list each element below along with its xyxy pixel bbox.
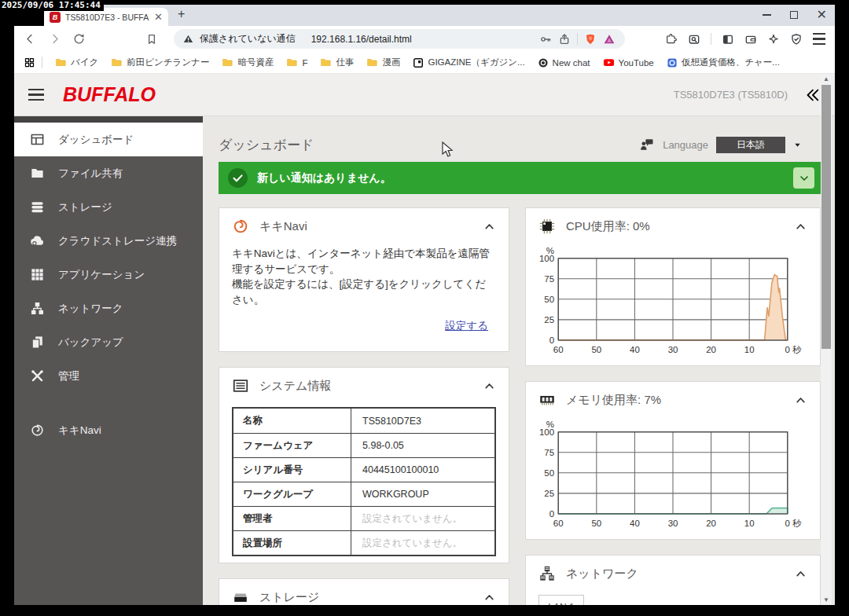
sidebar-item-5[interactable]: ネットワーク [14,292,203,325]
svg-text:30: 30 [668,345,678,354]
sidebar-item-label: アプリケーション [58,268,145,282]
wallet-icon[interactable] [744,33,757,46]
sidebar-item-7[interactable]: 管理 [14,359,203,393]
browser-menu-icon[interactable] [813,33,825,46]
maximize-button[interactable] [790,11,798,19]
sidebar-item-2[interactable]: ストレージ [14,190,203,224]
banner-expand-button[interactable] [793,167,814,189]
page-title: ダッシュボード [219,136,314,154]
storage-disks-icon [30,200,45,214]
nav-menu-icon[interactable] [28,89,44,101]
bookmark-label: 漫画 [382,57,400,68]
collapse-card-icon[interactable] [794,567,807,581]
share-icon[interactable] [558,33,571,46]
sidebar-item-0[interactable]: ダッシュボード [14,123,203,156]
sidebar-item-1[interactable]: ファイル共有 [14,156,203,190]
network-icon [30,301,45,316]
row-label: 名称 [233,409,351,433]
url-text[interactable]: 192.168.1.16/detail.html [311,34,412,45]
sidebar-item-kikinavi[interactable]: キキNavi [14,413,203,447]
minimize-button[interactable] [763,14,771,16]
bookmark-item[interactable]: GIGAZINE（ギガジン... [406,57,531,68]
sidebar-top-strip [14,116,203,123]
storage-card-title: ストレージ [259,590,319,605]
reload-icon[interactable] [72,32,86,46]
new-tab-button[interactable]: + [178,7,185,21]
tab-lan1[interactable]: LAN 1 [538,595,584,605]
browser-window: B TS5810D7E3 - BUFFALO TeraStat ✕ + ✕ 保護… [14,5,835,605]
brave-rewards-icon[interactable] [603,33,616,46]
svg-text:50: 50 [591,519,601,528]
bookmark-item[interactable]: YouTube [597,57,660,68]
page-scrollbar[interactable]: ▲ ▼ [821,74,832,605]
language-selector: Language 日本語 [639,137,802,153]
sidebar-item-6[interactable]: バックアップ [14,325,203,359]
bookmark-item[interactable]: バイク [49,57,105,68]
bookmark-icon[interactable] [145,33,158,46]
extensions-icon[interactable] [665,33,678,46]
leo-sparkle-icon[interactable] [767,33,780,46]
collapse-sidebar-icon[interactable] [803,86,821,104]
system-info-card: システム情報 名称TS5810D7E3ファームウェア5.98-0.05シリアル番… [219,367,509,563]
buffalo-favicon: B [50,12,61,23]
table-row: 名称TS5810D7E3 [233,409,494,433]
brave-shield-icon[interactable] [584,33,597,46]
bookmark-label: YouTube [619,58,654,68]
gigazine-icon [413,57,424,68]
sidebar: ダッシュボードファイル共有ストレージクラウドストレージ連携アプリケーションネット… [14,116,203,605]
scroll-up-arrow[interactable]: ▲ [821,74,832,84]
bookmark-item[interactable]: 暗号資産 [215,57,280,68]
sidebar-item-4[interactable]: アプリケーション [14,258,203,292]
bookmark-label: GIGAZINE（ギガジン... [428,57,524,68]
password-key-icon[interactable] [539,33,552,46]
sidebar-item-3[interactable]: クラウドストレージ連携 [14,224,203,258]
svg-text:100: 100 [539,254,554,263]
collapse-card-icon[interactable] [794,220,807,233]
tab-search-icon[interactable] [688,33,700,46]
svg-text:20: 20 [706,345,716,354]
tab-close-icon[interactable]: ✕ [154,12,163,22]
recording-timestamp: 2025/09/06 17:45:44 [0,0,104,11]
svg-text:10: 10 [744,345,755,354]
bookmark-item[interactable]: F [280,57,314,68]
table-row: シリアル番号40445100100010 [233,457,494,482]
cpu-card: CPU使用率: 0% 10075502506050403020100%秒 [525,207,821,366]
scrollbar-thumb[interactable] [821,85,831,349]
svg-text:100: 100 [539,427,554,437]
bookmark-item[interactable]: 仕事 [314,57,360,68]
privacy-shield-icon[interactable] [790,33,803,46]
bookmark-item[interactable]: 前田ピンチランナー [105,57,215,68]
svg-text:25: 25 [544,489,554,498]
collapse-card-icon[interactable] [483,220,496,233]
row-value: TS5810D7E3 [351,409,494,433]
svg-text:%: % [546,420,554,429]
bookmark-label: バイク [71,57,98,68]
security-warning-icon[interactable] [183,34,193,44]
language-caret-icon[interactable] [793,141,802,149]
scroll-down-arrow[interactable]: ▼ [821,595,832,605]
apps-grid-icon[interactable] [24,57,35,68]
sidebar-panel-icon[interactable] [722,33,734,46]
configure-link[interactable]: 設定する [445,320,488,332]
collapse-card-icon[interactable] [794,394,807,407]
forward-icon[interactable] [48,32,61,46]
close-button[interactable]: ✕ [817,9,827,21]
folder-icon [320,57,332,68]
collapse-card-icon[interactable] [483,380,496,393]
bookmark-item[interactable]: 仮想通貨価格、チャー... [660,57,786,68]
bookmark-label: 暗号資産 [237,57,274,68]
collapse-card-icon[interactable] [483,591,496,604]
back-icon[interactable] [24,32,37,46]
address-bar[interactable]: 保護されていない通信 192.168.1.16/detail.html [174,29,625,49]
kikinavi-card-title: キキNavi [259,219,307,234]
folder-icon [111,57,123,68]
language-icon [639,137,655,152]
backup-icon [30,335,45,350]
bookmark-label: New chat [553,58,590,68]
row-value: 設定されていません。 [351,531,494,555]
language-value-button[interactable]: 日本語 [716,137,785,153]
bookmark-item[interactable]: New chat [531,57,597,68]
bookmark-item[interactable]: 漫画 [360,57,406,68]
youtube-icon [603,57,615,68]
sidebar-item-label: キキNavi [58,424,101,438]
